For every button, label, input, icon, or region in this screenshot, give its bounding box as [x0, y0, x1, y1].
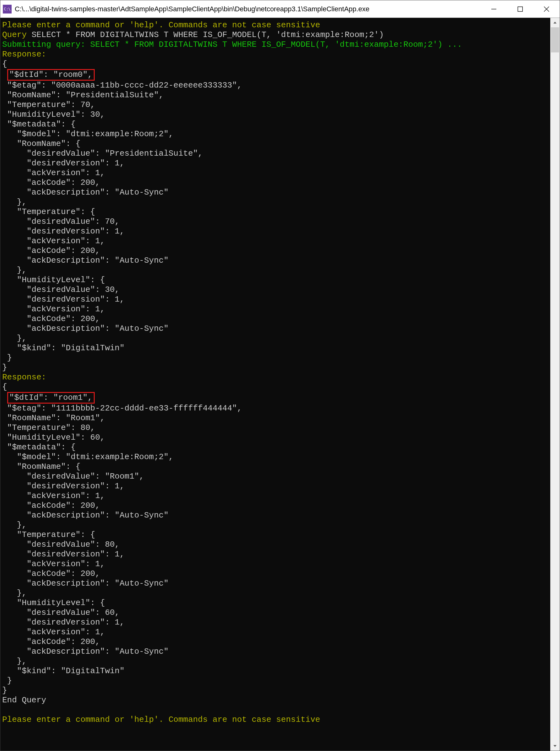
maximize-icon	[517, 6, 523, 12]
window-title: C:\...\digital-twins-samples-master\AdtS…	[15, 5, 481, 13]
json-line: }	[2, 676, 548, 686]
json-line: "RoomName": {	[2, 462, 548, 472]
json-line: "$etag": "0000aaaa-11bb-cccc-dd22-eeeeee…	[2, 81, 548, 90]
json-line: "$model": "dtmi:example:Room;2",	[2, 129, 548, 139]
json-line: },	[2, 266, 548, 275]
minimize-icon	[491, 6, 497, 12]
json-line: "ackVersion": 1,	[2, 304, 548, 314]
json-line: "desiredValue": "Room1",	[2, 472, 548, 481]
json-line: "ackCode": 200,	[2, 569, 548, 579]
json-line: "RoomName": "PresidentialSuite",	[2, 90, 548, 100]
close-button[interactable]	[533, 0, 560, 18]
json-line: "$kind": "DigitalTwin"	[2, 666, 548, 676]
end-query-line: End Query	[2, 695, 548, 705]
console-area: Please enter a command or 'help'. Comman…	[0, 18, 560, 751]
json-line: "desiredValue": 70,	[2, 217, 548, 227]
json-line: "ackCode": 200,	[2, 246, 548, 256]
dtid-highlight-room0: "$dtId": "room0",	[7, 69, 95, 81]
json-line: "HumidityLevel": 60,	[2, 433, 548, 443]
blank-line	[2, 705, 548, 715]
json-line: "ackCode": 200,	[2, 314, 548, 324]
json-line: "HumidityLevel": {	[2, 275, 548, 285]
minimize-button[interactable]	[481, 0, 507, 18]
json-line: "desiredVersion": 1,	[2, 481, 548, 491]
json-line: "desiredValue": 30,	[2, 285, 548, 295]
json-line: "$metadata": {	[2, 120, 548, 129]
json-line: "ackDescription": "Auto-Sync"	[2, 324, 548, 333]
titlebar[interactable]: C:\ C:\...\digital-twins-samples-master\…	[0, 0, 560, 18]
json-line: },	[2, 520, 548, 530]
json-line: }	[2, 686, 548, 695]
json-line: "desiredValue": 60,	[2, 608, 548, 618]
json-line: "desiredValue": "PresidentialSuite",	[2, 149, 548, 158]
json-line: "$model": "dtmi:example:Room;2",	[2, 452, 548, 462]
json-line: "ackDescription": "Auto-Sync"	[2, 579, 548, 589]
json-line: "RoomName": "Room1",	[2, 413, 548, 423]
json-line: "ackVersion": 1,	[2, 627, 548, 637]
json-line: "$metadata": {	[2, 443, 548, 452]
json-line: "ackDescription": "Auto-Sync"	[2, 511, 548, 520]
json-line: "ackVersion": 1,	[2, 491, 548, 501]
response-label-1: Response:	[2, 50, 548, 59]
window-controls	[481, 0, 560, 18]
json-line: "$kind": "DigitalTwin"	[2, 343, 548, 353]
submitting-line: Submitting query: SELECT * FROM DIGITALT…	[2, 40, 548, 50]
scroll-down-arrow-icon[interactable]	[550, 741, 560, 751]
json-line: },	[2, 333, 548, 343]
json-line: "RoomName": {	[2, 139, 548, 149]
svg-rect-1	[518, 6, 523, 11]
json-dtid-line: "$dtId": "room1",	[2, 392, 548, 404]
json-line: "ackDescription": "Auto-Sync"	[2, 256, 548, 266]
json-line: "ackVersion": 1,	[2, 236, 548, 246]
prompt-line-2: Please enter a command or 'help'. Comman…	[2, 715, 548, 725]
scroll-up-arrow-icon[interactable]	[550, 18, 560, 27]
json-line: "ackCode": 200,	[2, 501, 548, 511]
app-window: C:\ C:\...\digital-twins-samples-master\…	[0, 0, 560, 751]
json-line: "ackCode": 200,	[2, 178, 548, 188]
json-line: {	[2, 382, 548, 392]
json-line: "ackDescription": "Auto-Sync"	[2, 647, 548, 657]
query-label: Query	[2, 30, 32, 40]
response-label-2: Response:	[2, 372, 548, 382]
json-line: }	[2, 353, 548, 363]
json-line: "desiredVersion": 1,	[2, 550, 548, 559]
json-line: "desiredValue": 80,	[2, 540, 548, 550]
dtid-highlight-room1: "$dtId": "room1",	[7, 392, 95, 404]
prompt-line: Please enter a command or 'help'. Comman…	[2, 20, 548, 30]
json-line: "HumidityLevel": {	[2, 598, 548, 608]
json-line: "ackVersion": 1,	[2, 168, 548, 178]
json-line: "Temperature": {	[2, 530, 548, 540]
json-line: "desiredVersion": 1,	[2, 618, 548, 627]
json-line: },	[2, 657, 548, 666]
app-icon: C:\	[3, 5, 12, 14]
json-line: }	[2, 363, 548, 372]
json-line: "Temperature": 80,	[2, 423, 548, 433]
query-line: Query SELECT * FROM DIGITALTWINS T WHERE…	[2, 30, 548, 40]
json-line: "ackVersion": 1,	[2, 559, 548, 569]
close-icon	[543, 6, 549, 12]
json-line: "Temperature": {	[2, 207, 548, 217]
vertical-scrollbar[interactable]	[550, 18, 560, 751]
json-line: "Temperature": 70,	[2, 100, 548, 110]
json-dtid-line: "$dtId": "room0",	[2, 69, 548, 81]
json-line: },	[2, 197, 548, 207]
json-line: "ackCode": 200,	[2, 637, 548, 647]
json-line: "HumidityLevel": 30,	[2, 110, 548, 120]
json-line: {	[2, 59, 548, 69]
json-line: "desiredVersion": 1,	[2, 158, 548, 168]
console-output[interactable]: Please enter a command or 'help'. Comman…	[0, 18, 550, 751]
json-line: },	[2, 589, 548, 598]
json-line: "desiredVersion": 1,	[2, 227, 548, 236]
scroll-thumb[interactable]	[551, 27, 559, 53]
json-line: "$etag": "1111bbbb-22cc-dddd-ee33-ffffff…	[2, 404, 548, 413]
maximize-button[interactable]	[507, 0, 533, 18]
query-text: SELECT * FROM DIGITALTWINS T WHERE IS_OF…	[32, 30, 384, 40]
json-line: "desiredVersion": 1,	[2, 295, 548, 304]
json-line: "ackDescription": "Auto-Sync"	[2, 188, 548, 197]
